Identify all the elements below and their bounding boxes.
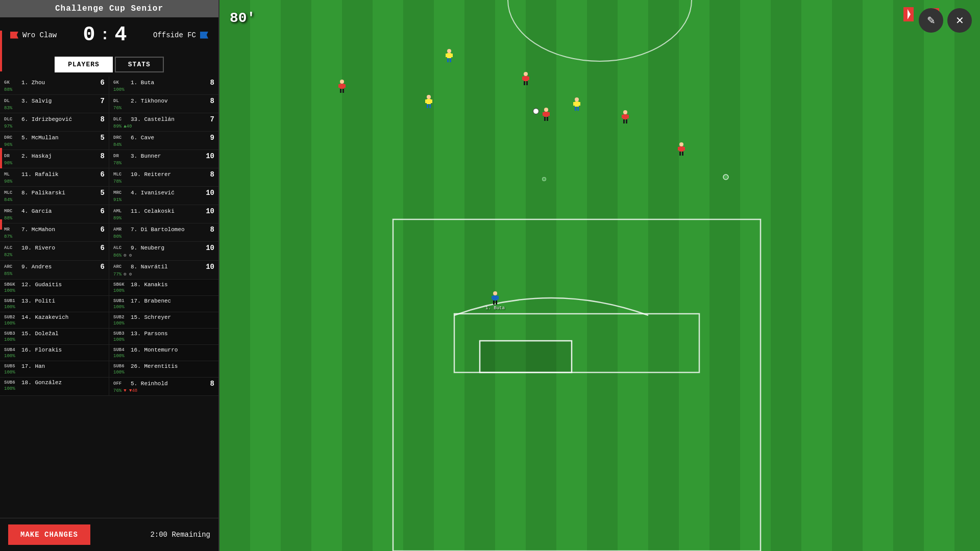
home-player-name: 5. McMullan bbox=[21, 135, 94, 141]
player-row[interactable]: GK 1. Zhou 6 88% GK 1. Buta 8 100% bbox=[0, 77, 218, 95]
player-row[interactable]: ALC 10. Rivero 6 82% ALC 9. Neuberg 10 8… bbox=[0, 242, 218, 261]
player-row[interactable]: SBGK 12. Gudaitis 100% SBGK 18. Kanakis … bbox=[0, 280, 218, 296]
svg-rect-51 bbox=[679, 152, 681, 156]
player-row[interactable]: SUB4 16. Florakis 100% SUB4 16. Montemur… bbox=[0, 345, 218, 361]
svg-rect-55 bbox=[492, 296, 493, 299]
away-player-name: 15. Schreyer bbox=[131, 314, 214, 320]
home-pos: ARC bbox=[4, 264, 19, 269]
away-player-top: ARC 8. Navrátil 10 bbox=[113, 263, 214, 271]
home-player-cell: SUB2 14. Kazakevich 100% bbox=[0, 312, 109, 328]
away-player-top: SUB4 16. Montemurro bbox=[113, 347, 214, 353]
svg-point-0 bbox=[508, 0, 692, 61]
tab-players[interactable]: PLAYERS bbox=[55, 57, 113, 72]
svg-rect-30 bbox=[524, 76, 528, 81]
away-player-top: SUB6 26. Merentitis bbox=[113, 363, 214, 369]
away-player-name: 13. Parsons bbox=[131, 331, 214, 337]
home-pct: 100% bbox=[4, 370, 105, 375]
svg-rect-28 bbox=[342, 89, 344, 93]
pitch-player[interactable] bbox=[573, 97, 581, 112]
away-player-top: DRC 6. Cave 9 bbox=[113, 134, 214, 142]
away-gear: ⚙ ⚙ bbox=[124, 253, 132, 258]
player-row[interactable]: DR 2. Haskaj 8 90% DR 3. Bunner 10 78% bbox=[0, 150, 218, 168]
svg-rect-15 bbox=[427, 104, 428, 108]
away-pos: MLC bbox=[113, 172, 129, 177]
player-row[interactable]: ML 11. Rafalik 6 98% MLC 10. Reiterer 8 … bbox=[0, 168, 218, 187]
home-rating: 8 bbox=[96, 152, 105, 160]
home-player-cell: GK 1. Zhou 6 88% bbox=[0, 77, 109, 94]
player-row[interactable]: SUB6 18. González 100% OFF 5. Reinhold 8… bbox=[0, 378, 218, 396]
close-button[interactable]: ✕ bbox=[947, 8, 972, 33]
home-pos: DLC bbox=[4, 117, 19, 122]
away-player-name: 33. Castellán bbox=[131, 116, 204, 122]
pitch-player[interactable]: 1. Buta bbox=[485, 291, 505, 311]
player-row[interactable]: SUB3 15. Doležal 100% SUB3 13. Parsons 1… bbox=[0, 329, 218, 345]
home-player-name: 12. Gudaitis bbox=[21, 282, 105, 288]
home-pct: 87% bbox=[4, 234, 105, 239]
away-rating: 10 bbox=[206, 189, 214, 197]
home-player-cell: DL 3. Salvig 7 83% bbox=[0, 95, 109, 113]
home-player-name: 10. Rivero bbox=[21, 245, 94, 251]
home-player-top: ARC 9. Andres 6 bbox=[4, 263, 105, 271]
red-bar-1 bbox=[0, 31, 2, 71]
home-pct: 100% bbox=[4, 386, 105, 391]
away-rating: 8 bbox=[206, 226, 214, 234]
svg-point-17 bbox=[575, 97, 579, 102]
pitch-player[interactable] bbox=[621, 110, 629, 124]
player-row[interactable]: MR 7. McMahon 6 87% AMR 7. Di Bartolomeo… bbox=[0, 223, 218, 242]
tab-stats[interactable]: STATS bbox=[115, 57, 164, 72]
home-player-top: DRC 5. McMullan 5 bbox=[4, 134, 105, 142]
home-player-top: SUB3 15. Doležal bbox=[4, 331, 105, 337]
away-pct: 86% bbox=[113, 253, 121, 258]
edit-button[interactable]: ✎ bbox=[919, 8, 943, 33]
player-row[interactable]: MRC 4. García 6 88% AML 11. Celakoski 10… bbox=[0, 205, 218, 223]
pitch-player[interactable] bbox=[338, 80, 346, 94]
away-player-name: 4. Ivanisević bbox=[131, 190, 204, 196]
pitch-panel: 1. Buta 80' ✎ ✕ H bbox=[219, 0, 980, 551]
player-row[interactable]: DRC 5. McMullan 5 96% DRC 6. Cave 9 84% bbox=[0, 132, 218, 150]
svg-rect-45 bbox=[623, 119, 625, 123]
pitch-player[interactable] bbox=[542, 108, 550, 122]
away-player-cell: ALC 9. Neuberg 10 86% ⚙ ⚙ bbox=[109, 242, 218, 260]
home-pct: 100% bbox=[4, 321, 105, 326]
home-player-name: 17. Han bbox=[21, 363, 105, 369]
player-row[interactable]: DLC 6. Idrizbegović 8 97% DLC 33. Castel… bbox=[0, 113, 218, 132]
home-player-name: 16. Florakis bbox=[21, 347, 105, 353]
away-extra: ▲40 bbox=[124, 124, 132, 129]
home-player-name: 7. McMahon bbox=[21, 227, 94, 233]
home-player-cell: ALC 10. Rivero 6 82% bbox=[0, 242, 109, 260]
away-pos: DL bbox=[113, 98, 129, 104]
away-pct: 76% bbox=[113, 106, 121, 111]
away-player-top: SUB3 13. Parsons bbox=[113, 331, 214, 337]
away-rating: 7 bbox=[206, 115, 214, 123]
away-player-cell: AMR 7. Di Bartolomeo 8 80% bbox=[109, 223, 218, 241]
svg-rect-31 bbox=[522, 77, 524, 80]
home-pct: 97% bbox=[4, 124, 105, 129]
make-changes-button[interactable]: MAKE CHANGES bbox=[8, 524, 90, 545]
away-player-name: 17. Brabenec bbox=[131, 298, 214, 304]
player-row[interactable]: ARC 9. Andres 6 85% ARC 8. Navrátil 10 7… bbox=[0, 261, 218, 280]
pitch-player[interactable] bbox=[425, 95, 433, 109]
away-rating: 8 bbox=[206, 97, 214, 105]
bottom-bar: MAKE CHANGES 2:00 Remaining bbox=[0, 518, 218, 551]
player-row[interactable]: SUB1 13. Politi 100% SUB1 17. Brabenec 1… bbox=[0, 296, 218, 312]
player-row[interactable]: SUB2 14. Kazakevich 100% SUB2 15. Schrey… bbox=[0, 312, 218, 329]
svg-point-35 bbox=[544, 108, 548, 112]
score-display: 0 : 4 bbox=[83, 23, 127, 46]
home-pct: 100% bbox=[4, 354, 105, 359]
pitch-player[interactable] bbox=[445, 49, 453, 63]
home-player-top: ML 11. Rafalik 6 bbox=[4, 170, 105, 179]
team-home: Wro Claw bbox=[10, 31, 57, 39]
pitch-player[interactable] bbox=[522, 72, 530, 86]
away-player-top: SUB1 17. Brabenec bbox=[113, 298, 214, 304]
home-pos: DRC bbox=[4, 135, 19, 140]
player-row[interactable]: MLC 8. Palikarski 5 84% MRC 4. Ivanisevi… bbox=[0, 187, 218, 205]
player-row[interactable]: SUB5 17. Han 100% SUB6 26. Merentitis 10… bbox=[0, 361, 218, 378]
home-shirt-icon bbox=[10, 32, 18, 39]
player-row[interactable]: DL 3. Salvig 7 83% DL 2. Tikhonov 8 76% bbox=[0, 95, 218, 113]
svg-rect-34 bbox=[526, 81, 528, 85]
svg-rect-32 bbox=[528, 77, 529, 80]
pitch-player[interactable] bbox=[677, 142, 685, 157]
away-pos: SUB1 bbox=[113, 298, 129, 304]
away-player-top: AMR 7. Di Bartolomeo 8 bbox=[113, 226, 214, 234]
away-player-cell: SUB1 17. Brabenec 100% bbox=[109, 296, 218, 312]
